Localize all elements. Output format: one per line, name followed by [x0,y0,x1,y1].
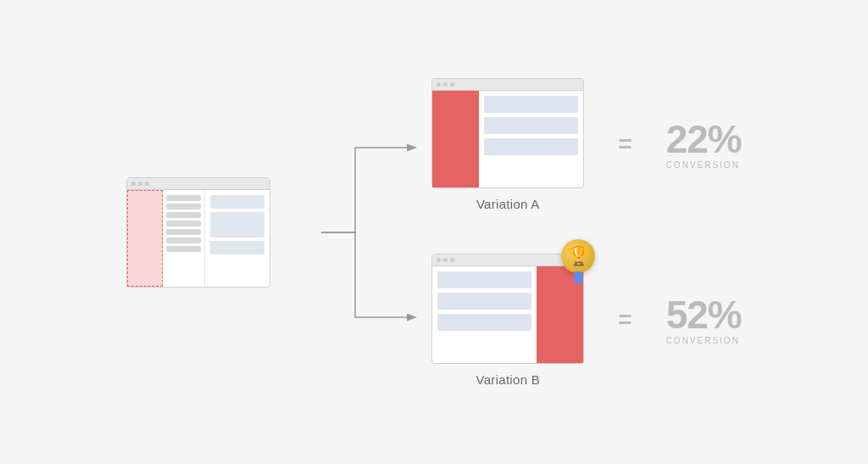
variation-a-conversion-label: CONVERSION [666,160,740,170]
trophy-badge: 🏆 [558,239,598,286]
menu-item-3 [166,212,201,218]
vb-dot-2 [443,258,448,262]
variation-a-item: Variation A = 22% CONVERSION [431,78,741,211]
menu-item-2 [166,204,201,210]
vb-dot-1 [437,258,441,262]
menu-item-6 [166,238,201,243]
trophy-icon: 🏆 [561,239,595,273]
variation-b-page: 🏆 [431,254,584,364]
source-content-3 [210,241,264,254]
vb-block-1 [437,271,531,288]
vb-block-2 [437,293,531,310]
source-content-1 [210,195,264,209]
va-block-2 [484,117,578,134]
source-browser-bar [127,178,270,190]
browser-dot-1 [131,182,136,186]
variation-b-label: Variation B [476,372,541,387]
variation-a-stat: 22% CONVERSION [666,120,742,170]
variation-a-label: Variation A [476,197,540,211]
variation-a-browser-bar [432,79,583,91]
browser-dot-3 [145,182,149,186]
va-block-1 [484,96,578,113]
browser-dot-2 [138,182,142,186]
source-page-content [127,190,270,287]
source-content-2 [210,212,264,238]
source-page-mockup [126,177,270,288]
variation-a-body [432,91,583,187]
menu-item-1 [166,195,201,201]
source-main-area [205,190,270,287]
variation-a-page [431,78,584,188]
ab-test-diagram: Variation A = 22% CONVERSION [0,0,868,464]
va-dot-1 [437,82,441,87]
equals-b: = [618,306,632,333]
variation-b-wrapper: 🏆 Variation B [431,254,584,387]
menu-item-7 [166,246,201,252]
va-dot-3 [450,82,454,87]
vb-dot-3 [450,258,454,262]
variation-a-content [479,91,583,187]
variation-a-red-col [432,91,479,187]
arrows-container [321,97,423,368]
menu-item-4 [166,221,201,226]
variation-b-conversion-label: CONVERSION [666,336,740,345]
source-side-menu [163,190,205,287]
source-pink-panel [127,190,163,287]
variation-b-content [432,266,537,363]
equals-a: = [618,131,632,158]
variations-area: Variation A = 22% CONVERSION [431,78,741,387]
variation-a-wrapper: Variation A [431,78,584,211]
variation-b-stat: 52% CONVERSION [666,295,742,345]
variation-b-item: 🏆 Variation B = 52% CONVERSION [431,254,741,387]
va-block-3 [484,138,578,155]
arrows-svg [321,97,423,368]
trophy-ribbon [574,271,582,285]
vb-block-3 [437,314,531,331]
menu-item-5 [166,229,201,235]
variation-b-percent: 52% [666,295,742,334]
va-dot-2 [443,82,448,87]
variation-a-percent: 22% [666,120,742,159]
